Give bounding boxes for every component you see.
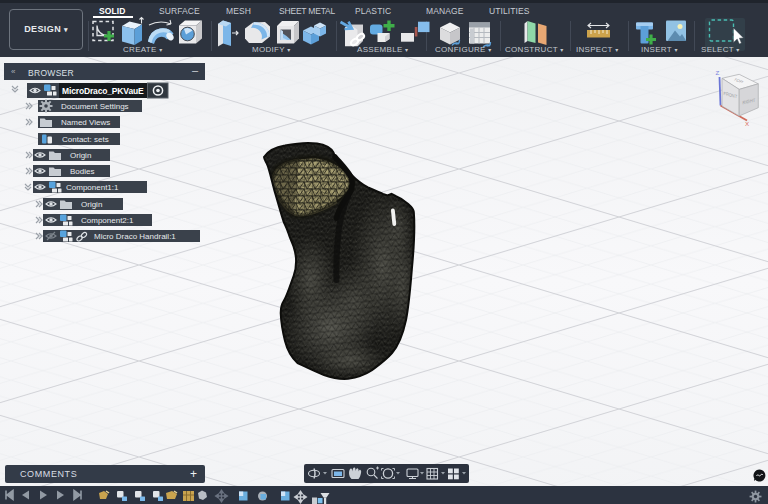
svg-text:X: X <box>745 120 749 127</box>
svg-text:Z: Z <box>716 69 720 76</box>
